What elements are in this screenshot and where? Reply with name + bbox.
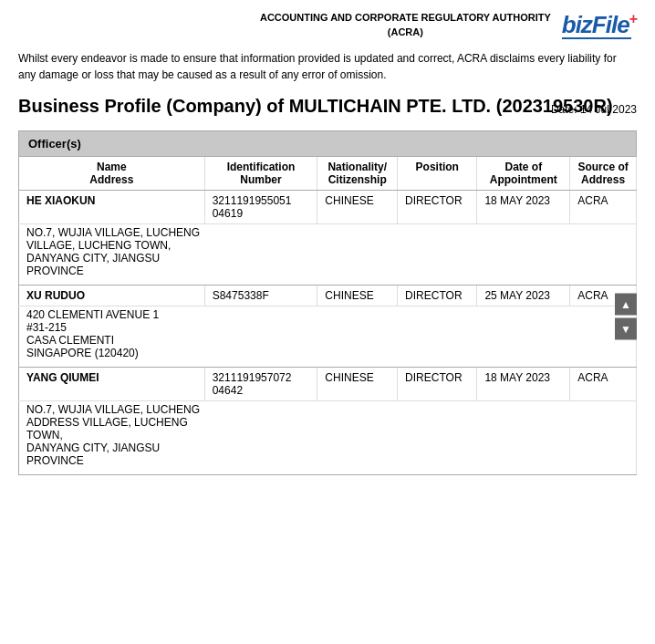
officer-id: S8475338F xyxy=(213,289,269,302)
officer-id: 3211191955051 04619 xyxy=(213,194,292,220)
table-row: XU RUDUO S8475338F CHINESE DIRECTOR 25 M… xyxy=(19,286,637,306)
bizfile-logo: bizFile+ xyxy=(562,11,637,39)
officers-section-header: Officer(s) xyxy=(18,130,637,157)
col-header-source: Source of Address xyxy=(570,157,637,191)
officer-name-cell: XU RUDUO xyxy=(19,286,205,306)
page-header: ACCOUNTING AND CORPORATE REGULATORY AUTH… xyxy=(0,0,655,47)
scroll-down-button[interactable]: ▼ xyxy=(615,317,637,339)
table-row: HE XIAOKUN 3211191955051 04619 CHINESE D… xyxy=(19,191,637,224)
officer-address-cell: 420 CLEMENTI AVENUE 1#31-215CASA CLEMENT… xyxy=(19,306,637,368)
officer-source-cell: ACRA xyxy=(570,191,637,224)
officer-position: DIRECTOR xyxy=(405,371,462,384)
officer-name: XU RUDUO xyxy=(26,289,85,302)
officer-address-cell: NO.7, WUJIA VILLAGE, LUCHENGVILLAGE, LUC… xyxy=(19,224,637,286)
officer-position-cell: DIRECTOR xyxy=(398,368,477,401)
col-header-date: Date of Appointment xyxy=(477,157,570,191)
officer-name: YANG QIUMEI xyxy=(26,371,99,384)
officer-id-cell: S8475338F xyxy=(204,286,317,306)
logo-biz-text: biz xyxy=(562,11,592,38)
col-header-id: Identification Number xyxy=(204,157,317,191)
officer-source: ACRA xyxy=(577,371,608,384)
document-title: Business Profile (Company) of MULTICHAIN… xyxy=(18,94,637,118)
officer-source-cell: ACRA xyxy=(570,368,637,401)
officer-address-cell: NO.7, WUJIA VILLAGE, LUCHENGADDRESS VILL… xyxy=(19,401,637,475)
table-row: YANG QIUMEI 3211191957072 04642 CHINESE … xyxy=(19,368,637,401)
col-header-position: Position xyxy=(398,157,477,191)
officer-address: 420 CLEMENTI AVENUE 1#31-215CASA CLEMENT… xyxy=(26,308,159,359)
officer-nationality: CHINESE xyxy=(325,289,373,302)
authority-text: ACCOUNTING AND CORPORATE REGULATORY AUTH… xyxy=(260,11,551,39)
scroll-up-button[interactable]: ▲ xyxy=(615,293,637,315)
logo-file-text: File xyxy=(592,11,629,38)
table-row: NO.7, WUJIA VILLAGE, LUCHENGADDRESS VILL… xyxy=(19,401,637,475)
officer-name-cell: YANG QIUMEI xyxy=(19,368,205,401)
table-row: 420 CLEMENTI AVENUE 1#31-215CASA CLEMENT… xyxy=(19,306,637,368)
scroll-controls[interactable]: ▲ ▼ xyxy=(615,293,637,339)
officer-date: 18 MAY 2023 xyxy=(484,371,550,384)
officer-position: DIRECTOR xyxy=(405,194,462,207)
officer-nationality: CHINESE xyxy=(325,371,373,384)
officer-address: NO.7, WUJIA VILLAGE, LUCHENGADDRESS VILL… xyxy=(26,403,200,467)
col-header-nationality: Nationality/ Citizenship xyxy=(317,157,398,191)
col-header-name: Name Address xyxy=(19,157,205,191)
officer-nationality: CHINESE xyxy=(325,194,373,207)
officer-date-cell: 25 MAY 2023 xyxy=(477,286,570,306)
officer-position: DIRECTOR xyxy=(405,289,462,302)
table-row: NO.7, WUJIA VILLAGE, LUCHENGVILLAGE, LUC… xyxy=(19,224,637,286)
officers-table: Name Address Identification Number Natio… xyxy=(18,157,637,475)
officer-name-cell: HE XIAOKUN xyxy=(19,191,205,224)
officer-date-cell: 18 MAY 2023 xyxy=(477,191,570,224)
disclaimer-text: Whilst every endeavor is made to ensure … xyxy=(0,47,655,94)
officer-date: 25 MAY 2023 xyxy=(484,289,550,302)
main-content: Business Profile (Company) of MULTICHAIN… xyxy=(0,94,655,475)
logo-plus-icon: + xyxy=(629,11,637,26)
officer-date-cell: 18 MAY 2023 xyxy=(477,368,570,401)
officer-name: HE XIAOKUN xyxy=(26,194,95,207)
officer-address: NO.7, WUJIA VILLAGE, LUCHENGVILLAGE, LUC… xyxy=(26,226,200,277)
officer-position-cell: DIRECTOR xyxy=(398,191,477,224)
officer-id-cell: 3211191955051 04619 xyxy=(204,191,317,224)
officer-source: ACRA xyxy=(577,194,608,207)
officer-nationality-cell: CHINESE xyxy=(317,286,398,306)
officer-id-cell: 3211191957072 04642 xyxy=(204,368,317,401)
officer-source: ACRA xyxy=(577,289,608,302)
officer-nationality-cell: CHINESE xyxy=(317,191,398,224)
officer-id: 3211191957072 04642 xyxy=(213,371,292,397)
logo-underline xyxy=(562,37,631,39)
officer-date: 18 MAY 2023 xyxy=(484,194,550,207)
officers-table-wrapper: Name Address Identification Number Natio… xyxy=(18,157,637,475)
officer-nationality-cell: CHINESE xyxy=(317,368,398,401)
officer-position-cell: DIRECTOR xyxy=(398,286,477,306)
